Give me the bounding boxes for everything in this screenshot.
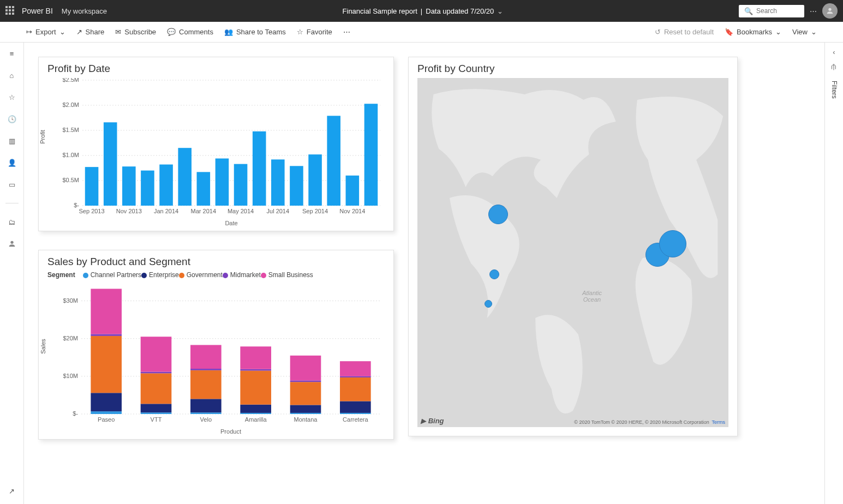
svg-text:$20M: $20M xyxy=(63,335,78,341)
learn-icon[interactable]: ▭ xyxy=(7,179,17,190)
report-title-bar[interactable]: Financial Sample report | Data updated 7… xyxy=(107,7,739,15)
svg-rect-22 xyxy=(234,164,248,206)
search-box[interactable]: 🔍 xyxy=(739,5,804,17)
svg-point-0 xyxy=(828,8,831,11)
report-name: Financial Sample report xyxy=(343,7,417,15)
svg-rect-69 xyxy=(240,346,271,369)
left-nav: ≡ ⌂ ☆ 🕓 ▥ 👤 ▭ 🗂 ↗ xyxy=(0,43,24,504)
svg-text:VTT: VTT xyxy=(151,416,162,423)
my-workspace-icon[interactable] xyxy=(7,238,17,249)
svg-text:Product: Product xyxy=(220,428,241,435)
svg-rect-23 xyxy=(253,131,266,206)
svg-text:Sep 2013: Sep 2013 xyxy=(79,208,105,214)
filters-label: Filters xyxy=(830,81,838,99)
recent-icon[interactable]: 🕓 xyxy=(7,113,17,124)
comments-label: Comments xyxy=(179,28,213,36)
view-button[interactable]: View⌄ xyxy=(792,28,817,36)
reset-button[interactable]: ↺Reset to default xyxy=(655,28,714,36)
bookmark-icon: 🔖 xyxy=(725,28,733,36)
svg-rect-56 xyxy=(141,372,172,374)
map-bubble-mexico[interactable] xyxy=(485,300,492,308)
share-button[interactable]: ↗Share xyxy=(76,28,105,36)
svg-rect-72 xyxy=(290,405,321,413)
global-header: Power BI My workspace Financial Sample r… xyxy=(0,0,843,22)
map-bubble-usa[interactable] xyxy=(489,269,499,279)
svg-text:Jan 2014: Jan 2014 xyxy=(154,208,178,214)
svg-text:Nov 2014: Nov 2014 xyxy=(339,208,365,214)
export-icon: ↦ xyxy=(26,28,32,36)
view-label: View xyxy=(792,28,808,36)
shared-icon[interactable]: 👤 xyxy=(7,157,17,168)
separator: | xyxy=(421,7,422,15)
share-teams-label: Share to Teams xyxy=(236,28,286,36)
chart-title: Profit by Date xyxy=(47,63,385,75)
svg-rect-15 xyxy=(104,122,117,206)
favorites-icon[interactable]: ☆ xyxy=(7,92,17,103)
map-provider: ▶ Bing xyxy=(421,417,444,425)
home-icon[interactable]: ⌂ xyxy=(7,70,17,81)
search-input[interactable] xyxy=(756,7,800,15)
svg-text:Mar 2014: Mar 2014 xyxy=(191,208,216,214)
filters-pane-collapsed[interactable]: ‹ ⫛ Filters xyxy=(824,43,843,504)
visual-profit-by-date[interactable]: Profit by Date Profit $-$0.5M$1.0M$1.5M$… xyxy=(38,57,394,231)
svg-text:$10M: $10M xyxy=(63,373,78,379)
legend-item: Enterprise xyxy=(141,271,179,279)
svg-rect-60 xyxy=(190,399,222,412)
share-teams-button[interactable]: 👥Share to Teams xyxy=(224,28,286,36)
avatar[interactable] xyxy=(822,3,838,19)
comments-button[interactable]: 💬Comments xyxy=(167,28,213,36)
svg-rect-17 xyxy=(141,171,154,206)
svg-text:$1.0M: $1.0M xyxy=(62,152,79,158)
svg-text:$-: $- xyxy=(73,410,78,417)
svg-text:$2.0M: $2.0M xyxy=(62,101,79,108)
reset-label: Reset to default xyxy=(664,28,714,36)
bookmarks-button[interactable]: 🔖Bookmarks⌄ xyxy=(725,28,781,36)
svg-text:$30M: $30M xyxy=(63,297,78,304)
map-bubble-canada[interactable] xyxy=(488,205,508,224)
svg-rect-71 xyxy=(290,413,321,414)
chart-title: Sales by Product and Segment xyxy=(47,256,385,268)
workspace-link[interactable]: My workspace xyxy=(62,7,107,15)
svg-rect-50 xyxy=(91,334,122,335)
svg-text:May 2014: May 2014 xyxy=(228,208,254,214)
svg-rect-25 xyxy=(290,166,303,206)
svg-text:Montana: Montana xyxy=(294,416,318,423)
svg-rect-29 xyxy=(364,104,378,206)
svg-point-1 xyxy=(10,241,13,244)
chevron-down-icon: ⌄ xyxy=(811,28,817,36)
svg-rect-66 xyxy=(240,405,271,413)
chevron-left-icon[interactable]: ‹ xyxy=(833,48,835,56)
subscribe-button[interactable]: ✉Subscribe xyxy=(115,28,156,36)
terms-link[interactable]: Terms xyxy=(712,419,726,425)
visual-profit-by-country[interactable]: Profit by Country Atlantic Ocean ▶ Bing … xyxy=(408,57,738,436)
svg-rect-80 xyxy=(340,376,371,377)
svg-rect-51 xyxy=(91,289,122,334)
svg-rect-49 xyxy=(91,336,122,393)
visual-sales-by-product-segment[interactable]: Sales by Product and Segment Segment Cha… xyxy=(38,250,394,440)
svg-rect-59 xyxy=(190,412,222,414)
svg-rect-20 xyxy=(197,172,211,206)
share-label: Share xyxy=(86,28,105,36)
more-button[interactable]: ⋯ xyxy=(343,28,350,36)
apps-icon[interactable]: ▥ xyxy=(7,135,17,146)
expand-icon[interactable]: ↗ xyxy=(7,485,17,496)
favorite-button[interactable]: ☆Favorite xyxy=(297,28,332,36)
map-area[interactable]: Atlantic Ocean ▶ Bing © 2020 TomTom © 20… xyxy=(417,78,728,427)
legend-item: Midmarket xyxy=(223,271,261,279)
svg-rect-27 xyxy=(327,116,340,206)
workspaces-icon[interactable]: 🗂 xyxy=(7,217,17,227)
chevron-down-icon: ⌄ xyxy=(775,28,781,36)
app-launcher-icon[interactable] xyxy=(5,6,15,16)
more-icon[interactable]: ⋯ xyxy=(810,7,817,15)
ocean-label: Atlantic Ocean xyxy=(576,290,608,303)
legend-item: Government xyxy=(179,271,223,279)
export-button[interactable]: ↦Export⌄ xyxy=(26,28,65,36)
svg-rect-61 xyxy=(190,370,222,399)
svg-rect-48 xyxy=(91,393,122,411)
report-canvas: Profit by Date Profit $-$0.5M$1.0M$1.5M$… xyxy=(24,43,824,504)
mail-icon: ✉ xyxy=(115,28,121,36)
hamburger-icon[interactable]: ≡ xyxy=(7,48,17,59)
svg-rect-19 xyxy=(178,148,192,206)
svg-rect-78 xyxy=(340,401,371,412)
map-bubble-germany[interactable] xyxy=(659,230,686,257)
